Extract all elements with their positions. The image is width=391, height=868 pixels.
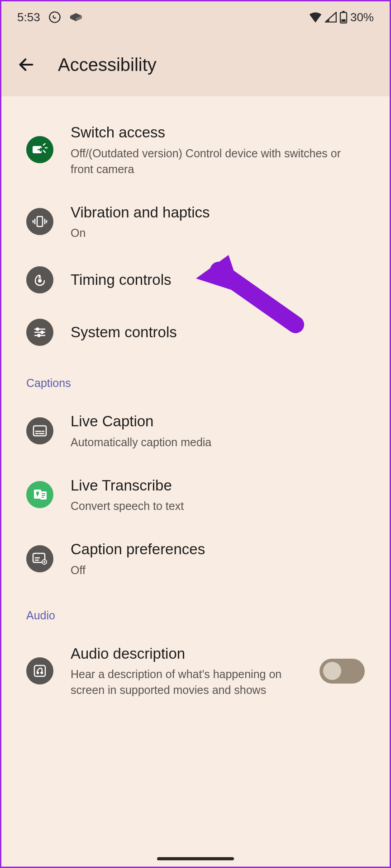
svg-rect-6 bbox=[37, 217, 43, 226]
back-button[interactable] bbox=[17, 56, 35, 74]
setting-title: Timing controls bbox=[71, 270, 365, 290]
setting-subtitle: Off bbox=[71, 562, 365, 578]
setting-switch-access[interactable]: Switch access Off/(Outdated version) Con… bbox=[1, 110, 390, 190]
svg-point-11 bbox=[38, 279, 42, 283]
status-right: 30% bbox=[309, 10, 374, 24]
svg-point-18 bbox=[38, 335, 40, 337]
setting-title: System controls bbox=[71, 322, 365, 343]
timing-icon bbox=[26, 266, 53, 293]
svg-rect-36 bbox=[34, 665, 45, 676]
setting-system-controls[interactable]: System controls bbox=[1, 306, 390, 359]
setting-title: Switch access bbox=[71, 123, 365, 143]
status-time: 5:53 bbox=[17, 10, 40, 24]
setting-title: Live Caption bbox=[71, 411, 365, 432]
vibration-icon bbox=[26, 208, 53, 235]
page-title: Accessibility bbox=[58, 55, 157, 75]
caption-preferences-icon bbox=[26, 545, 53, 572]
setting-title: Caption preferences bbox=[71, 539, 365, 560]
svg-rect-25 bbox=[36, 491, 39, 495]
section-header-captions: Captions bbox=[1, 359, 390, 399]
switch-access-icon bbox=[26, 136, 53, 163]
setting-title: Audio description bbox=[71, 644, 293, 664]
signal-icon bbox=[325, 12, 337, 23]
setting-live-transcribe[interactable]: Live Transcribe Convert speech to text bbox=[1, 463, 390, 527]
audio-description-toggle[interactable] bbox=[319, 659, 365, 684]
svg-rect-3 bbox=[341, 19, 345, 22]
setting-subtitle: Off/(Outdated version) Control device wi… bbox=[71, 146, 365, 177]
home-indicator[interactable] bbox=[157, 857, 234, 860]
setting-subtitle: Convert speech to text bbox=[71, 498, 365, 514]
svg-point-0 bbox=[49, 12, 60, 22]
setting-live-caption[interactable]: Live Caption Automatically caption media bbox=[1, 399, 390, 463]
settings-list[interactable]: Switch access Off/(Outdated version) Con… bbox=[1, 96, 390, 711]
notification-icon bbox=[69, 12, 83, 22]
setting-timing-controls[interactable]: Timing controls bbox=[1, 254, 390, 306]
svg-point-16 bbox=[37, 328, 39, 330]
setting-subtitle: Automatically caption media bbox=[71, 434, 365, 450]
status-bar: 5:53 30% bbox=[1, 1, 390, 33]
setting-caption-preferences[interactable]: Caption preferences Off bbox=[1, 527, 390, 591]
setting-title: Vibration and haptics bbox=[71, 203, 365, 223]
live-caption-icon bbox=[26, 417, 53, 444]
setting-subtitle: On bbox=[71, 225, 365, 241]
svg-point-17 bbox=[41, 331, 43, 334]
audio-description-icon bbox=[26, 657, 53, 684]
svg-rect-38 bbox=[41, 672, 43, 674]
setting-vibration-haptics[interactable]: Vibration and haptics On bbox=[1, 190, 390, 254]
svg-point-35 bbox=[43, 561, 45, 563]
setting-title: Live Transcribe bbox=[71, 476, 365, 496]
live-transcribe-icon bbox=[26, 481, 53, 508]
svg-rect-2 bbox=[343, 11, 345, 13]
whatsapp-icon bbox=[48, 11, 61, 24]
status-left: 5:53 bbox=[17, 10, 83, 24]
battery-icon bbox=[339, 11, 348, 24]
section-header-audio: Audio bbox=[1, 591, 390, 631]
svg-rect-37 bbox=[37, 672, 39, 674]
battery-percent: 30% bbox=[350, 10, 374, 24]
wifi-icon bbox=[309, 12, 322, 23]
setting-audio-description[interactable]: Audio description Hear a description of … bbox=[1, 631, 390, 711]
setting-subtitle: Hear a description of what's happening o… bbox=[71, 666, 293, 698]
system-controls-icon bbox=[26, 319, 53, 346]
app-bar: Accessibility bbox=[1, 33, 390, 96]
svg-point-12 bbox=[39, 275, 41, 277]
